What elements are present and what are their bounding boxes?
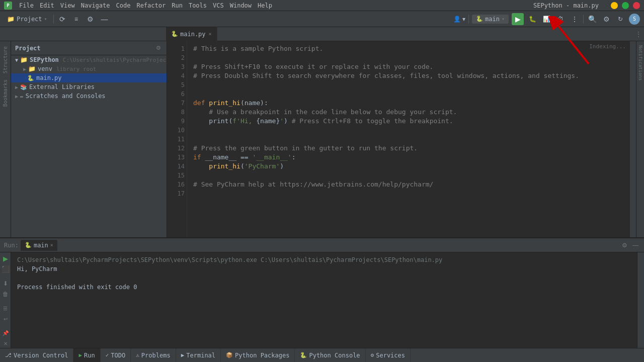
search-everywhere-button[interactable]: 🔍 [587, 14, 598, 25]
menu-file[interactable]: File [16, 1, 37, 10]
panel-settings-button[interactable]: ⚙ [154, 44, 163, 52]
packages-icon: 📦 [226, 352, 233, 358]
console-icon: 🐍 [300, 352, 307, 358]
code-line-11 [193, 135, 624, 144]
bottom-tab-run[interactable]: ▶ Run [73, 348, 100, 363]
run-config-dropdown-icon: ▾ [502, 16, 505, 22]
code-line-14: print_hi('PyCharm') [193, 162, 624, 171]
scratches-label: Scratches and Consoles [26, 93, 106, 100]
main-toolbar: 📁 Project ▾ ⟳ ≡ ⚙ — 👤 ▾ 🐍 main ▾ ▶ [0, 11, 644, 27]
bottom-tab-services[interactable]: ⚙ Services [366, 348, 411, 363]
pin-button[interactable]: 📌 [1, 329, 10, 337]
coverage-button[interactable]: 📊 [541, 14, 552, 25]
stop-button[interactable]: ⬛ [1, 265, 10, 274]
settings-button[interactable]: ⚙ [85, 14, 96, 25]
code-line-5 [193, 80, 624, 89]
menu-navigate[interactable]: Navigate [78, 1, 113, 10]
venv-arrow-icon: ▶ [23, 66, 26, 72]
tab-close-button[interactable]: × [209, 31, 212, 37]
run-tab-name: Run [84, 352, 95, 359]
run-panel-settings-button[interactable]: ⚙ [620, 241, 629, 250]
profile-button[interactable]: ⏱ [555, 14, 566, 25]
run-left-buttons: ▶ ⬛ ⬇ 🗑 ☰ ↩ 📌 ✕ [0, 252, 11, 348]
project-panel-title: Project [15, 45, 41, 52]
tree-item-mainpy[interactable]: 🐍 main.py [11, 73, 167, 82]
menu-run[interactable]: Run [169, 1, 186, 10]
dropdown-arrow-icon: ▾ [44, 16, 47, 22]
sync-button[interactable]: ⟳ [57, 14, 68, 25]
wrap-button[interactable]: ↩ [1, 315, 10, 323]
run-output-path: C:\Users\shultais\PycharmProjects\SEPyth… [17, 255, 631, 264]
bottom-tab-problems[interactable]: ⚠ Problems [131, 348, 176, 363]
settings-gear-button[interactable]: ⚙ [601, 14, 612, 25]
run-tab-close-button[interactable]: × [50, 242, 53, 248]
code-line-16: # See PyCharm help at https://www.jetbra… [193, 180, 624, 189]
mainpy-icon: 🐍 [27, 75, 34, 81]
updates-button[interactable]: ↻ [615, 14, 626, 25]
tree-item-venv[interactable]: ▶ 📁 venv library root [11, 64, 167, 73]
menu-refactor[interactable]: Refactor [133, 1, 169, 10]
debug-button[interactable]: 🐛 [527, 14, 538, 25]
bottom-tab-python-packages[interactable]: 📦 Python Packages [221, 348, 295, 363]
menu-window[interactable]: Window [227, 1, 255, 10]
notifications-sidebar: Notifications [636, 41, 644, 237]
indexing-badge: Indexing... [589, 43, 626, 50]
win-close-button[interactable] [633, 2, 640, 9]
ext-libs-icon: 📚 [20, 84, 27, 90]
rerun-button[interactable]: ▶ [1, 254, 10, 263]
editor-scrollbar[interactable] [630, 41, 636, 237]
close-panel-button[interactable]: — [99, 14, 110, 25]
menu-vcs[interactable]: VCS [210, 1, 227, 10]
menu-view[interactable]: View [57, 1, 78, 10]
main-py-tab[interactable]: 🐍 main.py × [166, 27, 217, 41]
tree-item-external-libs[interactable]: ▶ 📚 External Libraries [11, 82, 167, 92]
menu-help[interactable]: Help [255, 1, 275, 10]
user-avatar[interactable]: S [629, 14, 640, 25]
bottom-tabs-bar: ⎇ Version Control ▶ Run ✓ TODO ⚠ Problem… [0, 348, 644, 362]
bottom-tab-version-control[interactable]: ⎇ Version Control [0, 348, 73, 363]
scroll-end-button[interactable]: ⬇ [1, 279, 10, 288]
bottom-tab-todo[interactable]: ✓ TODO [101, 348, 131, 363]
win-maximize-button[interactable] [622, 2, 629, 9]
code-content[interactable]: # This is a sample Python script. # Pres… [187, 41, 630, 237]
code-line-7: def print_hi(name): [193, 99, 624, 108]
bookmarks-tab[interactable]: Bookmarks [2, 77, 9, 109]
structure-tab[interactable]: Structure [2, 44, 9, 75]
run-button[interactable]: ▶ [512, 13, 524, 25]
menu-edit[interactable]: Edit [37, 1, 57, 10]
structure-run-button[interactable]: ☰ [1, 304, 10, 313]
bottom-tab-python-console[interactable]: 🐍 Python Console [295, 348, 365, 363]
tree-item-scratches[interactable]: ▶ ✏️ Scratches and Consoles [11, 92, 167, 101]
run-main-tab[interactable]: 🐍 main × [21, 240, 57, 251]
notifications-icon[interactable]: Notifications [638, 43, 643, 82]
code-line-6 [193, 89, 624, 99]
bottom-tab-terminal[interactable]: ▶ Terminal [176, 348, 221, 363]
menu-tools[interactable]: Tools [186, 1, 210, 10]
clear-output-button[interactable]: 🗑 [1, 290, 10, 298]
console-label: Python Console [309, 352, 360, 359]
main-content: Structure Bookmarks Project ⚙ ▼ 📁 SEPyth… [0, 41, 644, 237]
menu-code[interactable]: Code [113, 1, 134, 10]
vcs-icon: ⎇ [5, 352, 12, 358]
terminal-icon: ▶ [181, 352, 185, 358]
todo-label: TODO [111, 352, 125, 359]
code-line-17 [193, 189, 624, 198]
run-panel-close-button[interactable]: — [631, 241, 640, 250]
project-label: Project [17, 16, 42, 23]
run-tab-icon: 🐍 [25, 242, 32, 248]
user-button[interactable]: 👤 ▾ [453, 16, 465, 23]
root-label: SEPython [30, 56, 59, 63]
collapse-all-button[interactable]: ≡ [71, 14, 82, 25]
more-button[interactable]: ⋮ [569, 14, 580, 25]
python-run-icon: 🐍 [476, 16, 483, 22]
run-icon: ▶ [78, 352, 82, 358]
tree-item-root[interactable]: ▼ 📁 SEPython C:\Users\shultais\PycharmPr… [11, 55, 167, 64]
services-icon: ⚙ [371, 352, 374, 358]
project-selector[interactable]: 📁 Project ▾ [4, 15, 50, 24]
trash-button[interactable]: ✕ [1, 339, 10, 348]
win-minimize-button[interactable] [611, 2, 618, 9]
todo-icon: ✓ [106, 352, 109, 358]
tab-overflow-button[interactable]: ⋮ [633, 29, 644, 40]
menu-items: File Edit View Navigate Code Refactor Ru… [16, 1, 275, 10]
run-config-selector[interactable]: 🐍 main ▾ [472, 15, 509, 24]
